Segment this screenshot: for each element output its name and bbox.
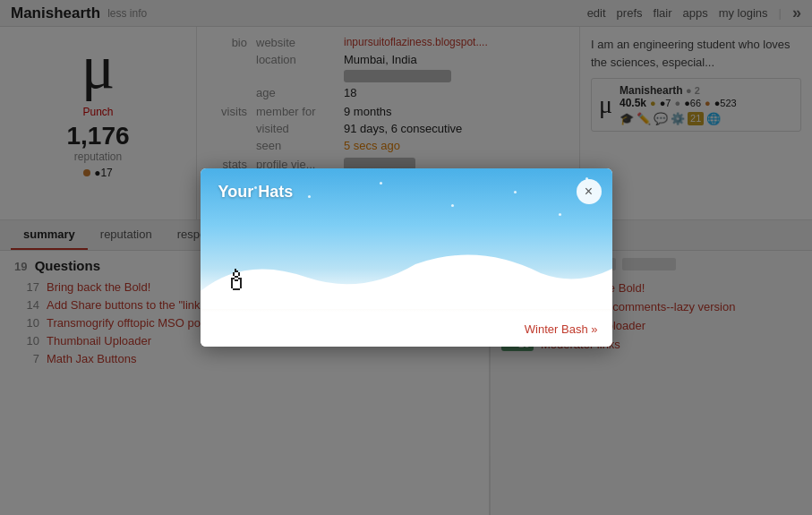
snow-hills <box>201 237 612 312</box>
star2 <box>308 195 311 198</box>
modal-footer: Winter Bash » <box>201 312 612 347</box>
winter-bash-link[interactable]: Winter Bash » <box>525 322 598 336</box>
modal-title: Your Hats <box>218 183 294 202</box>
star6 <box>559 213 561 216</box>
star3 <box>380 182 382 185</box>
modal-header-bg: Your Hats × 🕯 <box>201 168 612 312</box>
star4 <box>451 204 454 207</box>
modal-overlay[interactable]: Your Hats × 🕯 Winter Bash » <box>0 0 812 515</box>
modal-close-button[interactable]: × <box>577 179 602 204</box>
star5 <box>514 191 517 193</box>
candle-icon: 🕯 <box>222 264 251 297</box>
modal-box: Your Hats × 🕯 Winter Bash » <box>201 168 612 347</box>
